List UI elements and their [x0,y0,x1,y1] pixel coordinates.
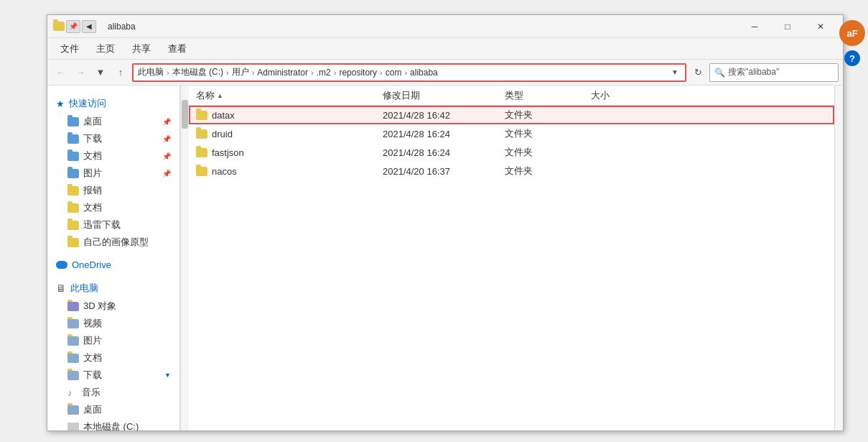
quick-access-section: ★ 快速访问 桌面 📌 下载 📌 文档 [47,91,179,254]
menu-home[interactable]: 主页 [89,40,122,58]
col-header-name[interactable]: 名称 ▲ [196,89,383,102]
folder-icon [67,134,79,144]
sidebar-item-expense[interactable]: 报销 [47,182,179,199]
sidebar-item-docs1[interactable]: 文档 📌 [47,147,179,165]
address-dropdown[interactable]: ▼ [669,68,681,76]
crumb-admin[interactable]: Administrator [257,68,308,78]
sidebar-item-label: 报销 [83,184,102,197]
maximize-button[interactable]: □ [771,15,804,38]
file-date-datax: 2021/4/28 16:42 [383,110,505,121]
file-name-cell: fastjson [196,147,383,158]
back-button[interactable]: ← [52,64,69,81]
file-area-scrollbar[interactable] [834,86,843,431]
col-date-label: 修改日期 [383,89,420,102]
browser-tab-strip [0,0,868,14]
onedrive-label: OneDrive [72,259,111,270]
sidebar-item-label: 下载 [83,369,102,382]
sidebar-item-docs3[interactable]: 文档 [47,349,179,367]
title-bar-icons: 📌 ◀ [53,20,96,33]
sidebar-item-pics2[interactable]: 图片 [47,332,179,349]
recent-button[interactable]: ▼ [92,64,109,81]
crumb-local-disk[interactable]: 本地磁盘 (C:) [172,66,223,78]
minimize-button[interactable]: ─ [738,15,771,38]
sidebar-item-thunder[interactable]: 迅雷下载 [47,216,179,234]
address-row: ← → ▼ ↑ 此电脑 › 本地磁盘 (C:) › 用户 › Administr… [47,60,843,86]
menu-view[interactable]: 查看 [161,40,194,58]
sidebar-item-label: 桌面 [83,115,102,128]
main-area: ★ 快速访问 桌面 📌 下载 📌 文档 [47,86,843,431]
sidebar-item-label: 桌面 [83,403,102,416]
cloud-icon [56,261,67,269]
drive-icon [67,423,79,431]
crumb-users[interactable]: 用户 [232,66,249,78]
sidebar-item-desktop1[interactable]: 桌面 📌 [47,113,179,130]
folder-icon-3d [67,302,79,311]
sidebar-scroll-thumb [182,100,188,129]
file-date-druid: 2021/4/28 16:24 [383,129,505,139]
folder-icon [67,203,79,213]
folder-title-icon [53,22,65,31]
sidebar: ★ 快速访问 桌面 📌 下载 📌 文档 [47,86,180,431]
col-header-size[interactable]: 大小 [591,89,648,102]
sidebar-item-label: 文档 [83,149,102,162]
menu-share[interactable]: 共享 [125,40,158,58]
sidebar-item-label: 音乐 [82,386,101,399]
file-type-fastjson: 文件夹 [505,146,591,159]
address-bar[interactable]: 此电脑 › 本地磁盘 (C:) › 用户 › Administrator › .… [132,63,686,82]
sidebar-item-music[interactable]: ♪ 音乐 [47,384,179,401]
search-icon: 🔍 [714,68,725,78]
forward-button[interactable]: → [72,64,89,81]
window-controls: ─ □ ✕ [738,15,837,38]
sidebar-item-docs2[interactable]: 文档 [47,199,179,216]
sidebar-quick-access[interactable]: ★ 快速访问 [47,94,179,113]
left-panel: ★ 快速访问 桌面 📌 下载 📌 文档 [47,86,189,431]
sidebar-item-label: 文档 [83,201,102,214]
sidebar-item-3d[interactable]: 3D 对象 [47,298,179,315]
crumb-this-pc[interactable]: 此电脑 [138,66,164,78]
file-row-nacos[interactable]: nacos 2021/4/20 16:37 文件夹 [189,162,834,180]
folder-icon-pics [67,336,79,346]
folder-icon-druid [196,129,207,139]
folder-icon [67,186,79,195]
sidebar-item-local-disk[interactable]: 本地磁盘 (C:) [47,418,179,431]
pin-icon: 📌 [162,135,171,143]
sidebar-thispc[interactable]: 🖥 此电脑 [47,279,179,298]
sidebar-item-download2[interactable]: 下载 ▼ [47,367,179,384]
thispc-label: 此电脑 [70,282,98,295]
up-button[interactable]: ↑ [112,64,129,81]
sidebar-item-label: 3D 对象 [83,300,116,313]
folder-icon-docs [67,354,79,363]
file-type-druid: 文件夹 [505,127,591,140]
pin-button[interactable]: 📌 [66,20,80,33]
back-quick-button[interactable]: ◀ [82,20,96,33]
sidebar-item-download1[interactable]: 下载 📌 [47,130,179,147]
help-button[interactable]: ? [844,50,860,66]
crumb-m2[interactable]: .m2 [317,68,331,78]
file-row-druid[interactable]: druid 2021/4/28 16:24 文件夹 [189,124,834,143]
crumb-com[interactable]: com [386,68,402,78]
crumb-alibaba[interactable]: alibaba [410,68,438,78]
pin-icon: 📌 [162,118,171,126]
sidebar-scrollbar[interactable] [180,86,189,431]
sidebar-onedrive[interactable]: OneDrive [47,257,179,273]
pin-icon: 📌 [162,152,171,160]
sidebar-item-video[interactable]: 视频 [47,315,179,332]
col-header-date[interactable]: 修改日期 [383,89,505,102]
folder-icon [67,152,79,161]
sidebar-item-desktop2[interactable]: 桌面 [47,401,179,418]
menu-file[interactable]: 文件 [53,40,86,58]
sidebar-item-label: 下载 [83,132,102,145]
search-bar[interactable]: 🔍 搜索"alibaba" [709,63,839,82]
file-row-fastjson[interactable]: fastjson 2021/4/28 16:24 文件夹 [189,143,834,162]
sidebar-item-pics1[interactable]: 图片 📌 [47,165,179,182]
col-header-type[interactable]: 类型 [505,89,591,102]
avatar[interactable]: aF [839,20,865,46]
music-icon: ♪ [67,387,78,397]
file-row-datax[interactable]: datax 2021/4/28 16:42 文件夹 [189,106,834,124]
refresh-button[interactable]: ↻ [689,64,706,81]
sidebar-item-prototype[interactable]: 自己的画像原型 [47,234,179,251]
crumb-repository[interactable]: repository [339,68,377,78]
file-name-cell: nacos [196,166,383,177]
close-button[interactable]: ✕ [804,15,837,38]
sidebar-item-label: 图片 [83,334,102,347]
